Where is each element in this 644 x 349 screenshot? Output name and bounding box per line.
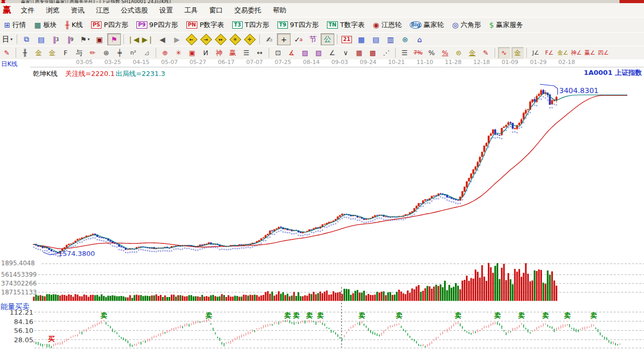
- qiankun-window-button[interactable]: ▣: [93, 33, 106, 45]
- grid-red-a-button[interactable]: ▦: [353, 47, 365, 59]
- sectors-button[interactable]: ▦板块: [30, 19, 61, 31]
- p-digit-table-button[interactable]: PNP数字表: [182, 19, 229, 31]
- hand-tool-button[interactable]: ✍: [262, 33, 276, 45]
- gold-grid-a-button[interactable]: 金: [32, 47, 45, 59]
- jie-marker-button[interactable]: 节: [306, 33, 320, 45]
- info-panel-button[interactable]: ▤: [34, 33, 48, 45]
- t-square-button[interactable]: T3T四方形: [228, 19, 273, 31]
- note-pointer-button[interactable]: ✓a: [292, 33, 305, 45]
- menu-item-8[interactable]: 窗口: [204, 4, 229, 17]
- menu-item-9[interactable]: 交易委托: [229, 4, 267, 17]
- pct-line-button[interactable]: %: [439, 47, 451, 59]
- last-page-button[interactable]: ▶❘: [141, 33, 155, 45]
- 9t-square-button[interactable]: T99T四方形: [273, 19, 323, 31]
- shen-angle-button[interactable]: 神∠: [570, 47, 583, 59]
- menu-item-5[interactable]: 公式选股: [115, 4, 154, 17]
- menu-item-2[interactable]: 浏览: [40, 4, 65, 17]
- bars-3-button[interactable]: ∥3: [49, 33, 62, 45]
- zoom-out-button[interactable]: ↔: [214, 33, 228, 45]
- calculator-button[interactable]: ▦: [355, 33, 368, 45]
- save-button[interactable]: ▥: [384, 33, 397, 45]
- bow-grid-button[interactable]: 与: [73, 47, 85, 59]
- gold-grid-b-button[interactable]: 金: [46, 47, 58, 59]
- fan-box-b-button[interactable]: ▧: [312, 47, 325, 59]
- notes-button[interactable]: ▤: [369, 33, 383, 45]
- price-ladder-button[interactable]: ☰: [398, 47, 411, 59]
- menu-item-7[interactable]: 工具: [179, 4, 204, 17]
- winner-service-button[interactable]: $赢家服务: [485, 19, 527, 31]
- n-squared-button[interactable]: n²: [127, 47, 140, 59]
- circle-cross-button[interactable]: ⊕: [159, 47, 171, 59]
- menu-item-1[interactable]: 文件: [15, 4, 40, 17]
- hexagon-button[interactable]: ◎六角形: [448, 19, 485, 31]
- chart-area[interactable]: 日K线 乾坤K线 关注线=2220.1 出局线=2231.3 1A0001 上证…: [0, 59, 644, 349]
- quotes-button[interactable]: ⊞行情: [0, 19, 30, 31]
- menu-item-4[interactable]: 江恩: [90, 4, 115, 17]
- ruler-123-button[interactable]: ☰: [240, 47, 252, 59]
- chart-canvas[interactable]: 03-0503-2504-1505-0705-2706-1707-0707-25…: [0, 59, 644, 349]
- ying-box-button[interactable]: 赢: [226, 47, 239, 59]
- gold-level-icon: 金: [469, 48, 476, 58]
- ma-slow-line: [34, 95, 627, 249]
- menu-item-6[interactable]: 设置: [154, 4, 179, 17]
- circle-star-button[interactable]: ✳: [172, 47, 185, 59]
- wave-box-button[interactable]: ∿: [498, 47, 510, 59]
- jump-right-button[interactable]: →: [199, 33, 213, 45]
- center-view-button[interactable]: ✛: [243, 33, 257, 45]
- grid-box-button[interactable]: ▣: [186, 47, 198, 59]
- sail-button[interactable]: ⊿: [141, 47, 153, 59]
- remote-service-button[interactable]: ⌂: [413, 33, 426, 45]
- winner-wheel-button[interactable]: Big赢家轮: [406, 19, 448, 31]
- quote-marks-button[interactable]: И: [199, 47, 212, 59]
- gann-wheel-button[interactable]: ◉江恩轮: [369, 19, 406, 31]
- period-day-button[interactable]: 日▾: [1, 33, 14, 45]
- compass-grid-button[interactable]: ⊛: [100, 47, 112, 59]
- calendar-button[interactable]: 21: [340, 33, 353, 45]
- 9p-square-label: 9P四方形: [149, 20, 178, 30]
- gong-marker-button[interactable]: 公: [321, 33, 334, 45]
- span-arrow-button[interactable]: ↔: [254, 47, 266, 59]
- jump-left-button[interactable]: ←: [185, 33, 198, 45]
- sell-signal: 卖: [306, 312, 313, 319]
- t-digit-table-button[interactable]: TNT数字表: [323, 19, 369, 31]
- next-page-button[interactable]: ▶: [170, 33, 184, 45]
- first-page-button[interactable]: ❘◀: [127, 33, 140, 45]
- seven-pct-button[interactable]: 7%: [412, 47, 424, 59]
- gann-pattern-button[interactable]: ⧉: [20, 33, 33, 45]
- menu-item-10[interactable]: 帮助: [267, 4, 292, 17]
- slant-lines-button[interactable]: ⋰: [380, 47, 393, 59]
- gold-circle-button[interactable]: ⊜: [452, 47, 465, 59]
- angle-lines-button[interactable]: ∠: [326, 47, 338, 59]
- check-lines-button[interactable]: ∨: [339, 47, 352, 59]
- pen-small-button[interactable]: ✏: [86, 47, 99, 59]
- gann-fan-button[interactable]: ∡: [285, 47, 298, 59]
- bars-9-button[interactable]: ∥9: [64, 33, 77, 45]
- pen-button[interactable]: ✎: [1, 47, 13, 59]
- fan-box-a-button[interactable]: ▨: [299, 47, 311, 59]
- color-flag-button[interactable]: ⚑: [107, 33, 121, 45]
- box-corner-button[interactable]: ⊡: [272, 47, 284, 59]
- prev-page-button[interactable]: ◀: [156, 33, 169, 45]
- grid-hash-button[interactable]: ╫: [19, 47, 31, 59]
- web-export-button[interactable]: ⊛: [398, 33, 412, 45]
- kline-button[interactable]: ╫K线: [61, 19, 87, 31]
- si-angle-button[interactable]: 四∠: [597, 47, 610, 59]
- p-square-button[interactable]: PSP四方形: [87, 19, 132, 31]
- crosshair-tool-button[interactable]: +: [277, 33, 291, 45]
- 9p-square-button[interactable]: P99P四方形: [132, 19, 182, 31]
- ying-angle-button[interactable]: 赢∠: [584, 47, 596, 59]
- gold-angle-button[interactable]: 金∠: [557, 47, 569, 59]
- pct-button[interactable]: %: [425, 47, 438, 59]
- grid-red-b-button[interactable]: ▩: [367, 47, 379, 59]
- hash-short-button[interactable]: ╪: [113, 47, 126, 59]
- zoom-in-button[interactable]: ✳: [229, 33, 242, 45]
- flag-button[interactable]: ⚑▾: [78, 33, 92, 45]
- f-angle-button[interactable]: F∠: [543, 47, 555, 59]
- pen-levels-button[interactable]: ✎: [479, 47, 492, 59]
- gold-wave-button[interactable]: 金: [511, 47, 524, 59]
- shen-box-button[interactable]: 神: [213, 47, 225, 59]
- gold-level-button[interactable]: 金: [466, 47, 478, 59]
- menu-item-3[interactable]: 资讯: [65, 4, 90, 17]
- j-angle-button[interactable]: J∠: [529, 47, 542, 59]
- f-grid-button[interactable]: F: [59, 47, 72, 59]
